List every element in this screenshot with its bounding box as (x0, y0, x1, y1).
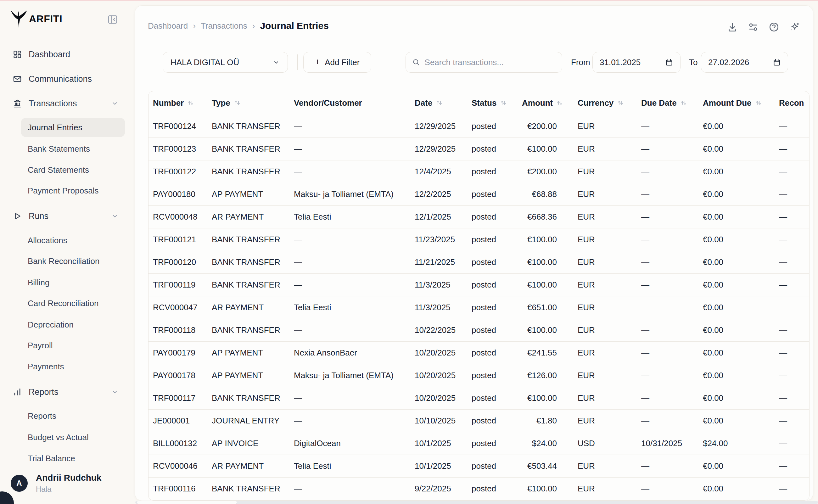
date-to-value: 27.02.2026 (708, 58, 749, 67)
date-to-input[interactable]: 27.02.2026 (701, 52, 788, 73)
cell-currency: EUR (578, 477, 641, 500)
sidebar-item-payroll[interactable]: Payroll (0, 337, 135, 354)
sidebar-collapse-button[interactable] (106, 13, 119, 26)
sidebar-item-dashboard[interactable]: Dashboard (0, 46, 135, 63)
breadcrumb-transactions[interactable]: Transactions (201, 21, 247, 31)
col-header-number[interactable]: Number (148, 91, 212, 115)
help-button[interactable] (768, 21, 780, 33)
col-header-status[interactable]: Status (472, 91, 522, 115)
add-filter-button[interactable]: + Add Filter (303, 52, 371, 73)
cell-status: posted (472, 387, 522, 409)
table-row[interactable]: BILL000132 AP INVOICE DigitalOcean 10/1/… (148, 432, 809, 455)
view-settings-button[interactable] (748, 21, 759, 33)
table-row[interactable]: TRF000119 BANK TRANSFER — 11/3/2025 post… (148, 273, 809, 296)
sidebar-item-card-reconciliation[interactable]: Card Reconciliation (0, 294, 135, 312)
brand-logo: ARFITI (9, 9, 62, 28)
cell-type: BANK TRANSFER (212, 251, 294, 273)
sidebar-item-depreciation[interactable]: Depreciation (0, 316, 135, 333)
sidebar-item-transactions[interactable]: Transactions (0, 95, 135, 112)
cell-vendor-customer: — (294, 409, 415, 432)
horizontal-scrollbar-track[interactable] (135, 501, 818, 504)
company-select[interactable]: HALA DIGITAL OÜ (163, 52, 288, 73)
cell-amount-due: €0.00 (703, 137, 779, 160)
filter-divider (297, 54, 298, 70)
sidebar-item-reports-group[interactable]: Reports (0, 383, 135, 401)
sidebar-item-communications[interactable]: Communications (0, 70, 135, 88)
table-row[interactable]: PAY000180 AP PAYMENT Maksu- ja Tolliamet… (148, 183, 809, 205)
sidebar-item-bank-statements[interactable]: Bank Statements (0, 140, 135, 158)
col-header-due-date[interactable]: Due Date (641, 91, 703, 115)
sidebar-item-bank-reconciliation[interactable]: Bank Reconciliation (0, 252, 135, 270)
ai-assistant-button[interactable] (789, 21, 800, 33)
cell-type: BANK TRANSFER (212, 477, 294, 500)
cell-type: AP PAYMENT (212, 183, 294, 205)
col-header-vendor-customer[interactable]: Vendor/Customer (294, 91, 415, 115)
cell-vendor-customer: Telia Eesti (294, 296, 415, 319)
cell-recon: — (779, 273, 809, 296)
sort-icon (556, 99, 563, 107)
company-select-value: HALA DIGITAL OÜ (171, 58, 239, 67)
table-row[interactable]: PAY000179 AP PAYMENT Nexia AnsonBaer 10/… (148, 341, 809, 364)
cell-recon: — (779, 319, 809, 341)
cell-amount: €100.00 (522, 137, 578, 160)
table-row[interactable]: RCV000048 AR PAYMENT Telia Eesti 12/1/20… (148, 205, 809, 228)
breadcrumb-dashboard[interactable]: Dashboard (148, 21, 188, 31)
sliders-icon (748, 22, 759, 32)
cell-date: 12/1/2025 (415, 205, 472, 228)
cell-due-date: — (641, 319, 703, 341)
date-from-input[interactable]: 31.01.2025 (592, 52, 681, 73)
col-header-recon[interactable]: Recon (779, 91, 809, 115)
table-row[interactable]: RCV000046 AR PAYMENT Telia Eesti 10/1/20… (148, 455, 809, 477)
sidebar-item-label: Transactions (29, 99, 77, 109)
cell-recon: — (779, 387, 809, 409)
cell-vendor-customer: — (294, 137, 415, 160)
user-profile[interactable]: A Andrii Rudchuk Hala (0, 471, 135, 496)
sidebar-item-card-statements[interactable]: Card Statements (0, 161, 135, 179)
col-header-amount-due[interactable]: Amount Due (703, 91, 779, 115)
cell-amount-due: €0.00 (703, 115, 779, 137)
cell-currency: EUR (578, 319, 641, 341)
cell-vendor-customer: — (294, 387, 415, 409)
sidebar-item-reports[interactable]: Reports (0, 407, 135, 425)
sidebar-item-trial-balance[interactable]: Trial Balance (0, 450, 135, 467)
sidebar-item-label: Trial Balance (28, 454, 75, 463)
sidebar-item-billing[interactable]: Billing (0, 274, 135, 291)
sidebar-item-journal-entries[interactable]: Journal Entries (21, 118, 125, 137)
col-header-amount[interactable]: Amount (522, 91, 578, 115)
table-row[interactable]: TRF000123 BANK TRANSFER — 12/29/2025 pos… (148, 137, 809, 160)
table-row[interactable]: TRF000117 BANK TRANSFER — 10/20/2025 pos… (148, 387, 809, 409)
search-input[interactable] (425, 58, 556, 67)
sidebar-item-label: Billing (28, 278, 49, 288)
table-row[interactable]: TRF000118 BANK TRANSFER — 10/22/2025 pos… (148, 319, 809, 341)
cell-due-date: — (641, 115, 703, 137)
sidebar-item-runs[interactable]: Runs (0, 207, 135, 225)
sidebar-item-label: Reports (29, 387, 59, 397)
table-row[interactable]: TRF000120 BANK TRANSFER — 11/21/2025 pos… (148, 251, 809, 273)
toolbar (727, 21, 800, 33)
cell-currency: EUR (578, 341, 641, 364)
download-button[interactable] (727, 21, 738, 33)
cell-number: RCV000047 (148, 296, 212, 319)
table-row[interactable]: PAY000178 AP PAYMENT Maksu- ja Tolliamet… (148, 364, 809, 387)
col-header-date[interactable]: Date (415, 91, 472, 115)
sidebar-item-payment-proposals[interactable]: Payment Proposals (0, 182, 135, 199)
col-header-currency[interactable]: Currency (578, 91, 641, 115)
col-header-type[interactable]: Type (212, 91, 294, 115)
table-row[interactable]: TRF000116 BANK TRANSFER — 9/22/2025 post… (148, 477, 809, 500)
cell-amount: $24.00 (522, 432, 578, 455)
cell-vendor-customer: — (294, 251, 415, 273)
cell-due-date: — (641, 205, 703, 228)
table-row[interactable]: TRF000124 BANK TRANSFER — 12/29/2025 pos… (148, 115, 809, 137)
sidebar-item-payments[interactable]: Payments (0, 358, 135, 375)
cell-date: 11/3/2025 (415, 296, 472, 319)
horizontal-scrollbar-thumb[interactable] (137, 501, 237, 504)
sidebar-item-budget-vs-actual[interactable]: Budget vs Actual (0, 428, 135, 446)
table-row[interactable]: TRF000122 BANK TRANSFER — 12/4/2025 post… (148, 160, 809, 183)
table-row[interactable]: TRF000121 BANK TRANSFER — 11/23/2025 pos… (148, 228, 809, 251)
cell-number: RCV000046 (148, 455, 212, 477)
table-row[interactable]: JE000001 JOURNAL ENTRY — 10/10/2025 post… (148, 409, 809, 432)
sidebar-item-allocations[interactable]: Allocations (0, 232, 135, 249)
cell-currency: USD (578, 432, 641, 455)
table-row[interactable]: RCV000047 AR PAYMENT Telia Eesti 11/3/20… (148, 296, 809, 319)
cell-vendor-customer: — (294, 228, 415, 251)
